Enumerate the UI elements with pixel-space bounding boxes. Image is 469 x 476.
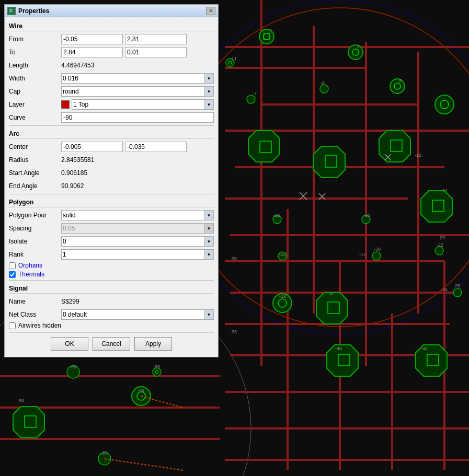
width-dropdown-wrapper: 0.016 ▼ [61,73,214,84]
svg-text:-32: -32 [279,294,286,299]
svg-text:4: 4 [399,78,402,83]
orphans-row: Orphans [9,262,214,269]
orphans-label[interactable]: Orphans [18,262,42,269]
layer-select-wrapper: 1 Top 2 Bottom ▼ [72,99,214,110]
layer-row: Layer 1 Top 2 Bottom ▼ [9,99,214,110]
cap-select[interactable]: round flat [61,86,214,97]
isolate-select[interactable]: 0 [61,236,214,247]
thermals-checkbox[interactable] [9,271,16,278]
rank-dropdown-wrapper: 1 2 3 ▼ [61,249,214,260]
polygon-pour-row: Polygon Pour solid hatch cutout ▼ [9,210,214,221]
svg-marker-44 [421,191,452,222]
airwires-label[interactable]: Airwires hidden [18,322,61,329]
to-y-input[interactable] [125,47,187,57]
radius-value: 2.84535581 [61,156,214,164]
svg-text:-30: -30 [374,247,381,252]
svg-point-51 [320,85,328,93]
wire-arc-divider [9,125,214,126]
svg-marker-38 [248,131,280,162]
rank-select[interactable]: 1 2 3 [61,249,214,260]
svg-marker-62 [416,345,447,376]
svg-point-54 [435,247,443,255]
buttons-row: OK Cancel Apply [9,332,214,354]
start-angle-row: Start Angle 0.906185 [9,167,214,179]
svg-text:-11: -11 [230,56,237,61]
svg-point-48 [247,95,255,103]
svg-marker-60 [327,345,358,376]
spacing-row: Spacing 0.05 ▼ [9,223,214,234]
polygon-signal-divider [9,280,214,281]
net-class-select[interactable]: 0 default [61,309,214,320]
layer-label: Layer [9,101,61,108]
svg-text:-38: -38 [230,256,237,261]
close-button[interactable]: ✕ [206,7,215,15]
thermals-label[interactable]: Thermals [18,271,44,278]
airwires-row: Airwires hidden [9,322,214,329]
spacing-label: Spacing [9,225,61,232]
spacing-dropdown-wrapper: 0.05 ▼ [61,223,214,234]
isolate-label: Isolate [9,238,61,245]
svg-text:-17: -17 [359,252,366,257]
svg-marker-40 [314,146,345,178]
svg-text:-63: -63 [101,450,108,456]
polygon-pour-label: Polygon Pour [9,212,61,219]
svg-text:-46: -46 [335,346,342,351]
apply-button[interactable]: Apply [134,337,172,351]
end-angle-row: End Angle 90.9062 [9,180,214,192]
airwires-checkbox[interactable] [9,322,16,329]
signal-section-header: Signal [9,283,214,294]
svg-marker-58 [316,293,348,324]
svg-text:-8: -8 [321,80,325,86]
svg-text:-29: -29 [438,235,445,240]
svg-text:P: P [9,8,13,14]
length-row: Length 4.46947453 [9,60,214,71]
rank-row: Rank 1 2 3 ▼ [9,249,214,260]
rank-label: Rank [9,251,61,258]
svg-text:-68: -68 [153,364,160,369]
to-label: To [9,49,61,56]
ok-button[interactable]: OK [51,337,88,351]
from-y-input[interactable] [125,34,187,44]
to-x-input[interactable] [61,47,123,57]
svg-point-36 [435,95,454,114]
svg-text:2: 2 [357,44,360,49]
pour-dropdown-wrapper: solid hatch cutout ▼ [61,210,214,220]
spacing-select[interactable]: 0.05 [61,223,214,234]
net-class-row: Net Class 0 default ▼ [9,309,214,320]
curve-row: Curve [9,112,214,123]
svg-text:-33: -33 [230,329,237,334]
svg-point-53 [372,252,381,260]
svg-text:-18: -18 [363,213,370,218]
wire-section-header: Wire [9,20,214,31]
thermals-row: Thermals [9,271,214,278]
pour-select[interactable]: solid hatch cutout [61,210,214,220]
cancel-button[interactable]: Cancel [93,337,130,351]
properties-dialog: P Properties ✕ Wire From To Length 4.469… [4,4,219,357]
dialog-body: Wire From To Length 4.46947453 Width 0.0… [5,17,218,357]
curve-label: Curve [9,114,61,121]
svg-text:-42: -42 [328,291,335,296]
svg-text:-26: -26 [273,213,280,218]
width-select[interactable]: 0.016 [61,73,214,84]
svg-text:-66: -66 [138,388,144,393]
curve-input[interactable] [61,112,214,123]
center-x-input[interactable] [61,142,123,152]
svg-text:-69: -69 [70,364,76,369]
radius-label: Radius [9,156,61,164]
orphans-checkbox[interactable] [9,262,16,269]
svg-marker-42 [379,131,410,162]
cap-dropdown-wrapper: round flat ▼ [61,86,214,97]
svg-text:-44: -44 [421,346,428,351]
radius-row: Radius 2.84535581 [9,154,214,166]
svg-text:-21: -21 [441,188,448,193]
center-y-input[interactable] [125,142,187,152]
polygon-section-header: Polygon [9,196,214,207]
from-x-input[interactable] [61,34,123,44]
svg-text:-31: -31 [279,252,285,257]
svg-text:-7: -7 [253,91,257,96]
end-angle-label: End Angle [9,182,61,190]
layer-select[interactable]: 1 Top 2 Bottom [72,99,214,110]
svg-text:-22: -22 [437,242,443,248]
svg-point-34 [390,79,405,94]
layer-color-box [61,100,70,109]
